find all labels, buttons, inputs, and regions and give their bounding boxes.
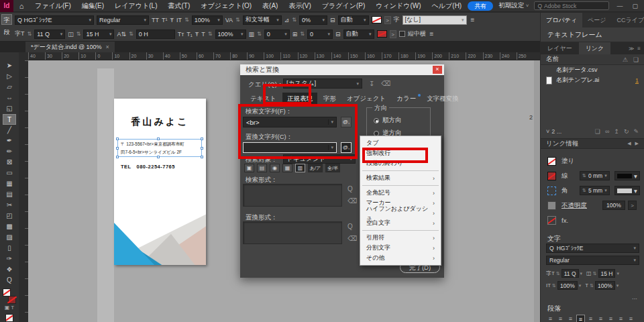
font-style-select[interactable]: Regular▾ xyxy=(97,15,149,25)
dialog-close-button[interactable]: × xyxy=(433,66,442,74)
fill-stroke-swatches[interactable] xyxy=(3,288,16,304)
selection-handle[interactable] xyxy=(201,156,203,158)
tool-button[interactable]: ✂ xyxy=(3,200,16,211)
link-file-row[interactable]: 名刺データ.csv xyxy=(541,65,644,75)
change-special-chars-button[interactable]: @, xyxy=(341,142,352,153)
find-format-specify-icon[interactable]: Q xyxy=(347,185,353,193)
corner-radius-stepper[interactable]: ⇅5 mm▾ xyxy=(580,186,610,195)
search-option-icon[interactable]: ◉ xyxy=(270,164,280,172)
dialog-tab[interactable]: オブジェクト xyxy=(342,93,390,104)
context-menu-item[interactable]: 段落の終わり xyxy=(360,158,441,168)
corner-option-icon[interactable] xyxy=(547,186,556,195)
fx-row[interactable]: fx. xyxy=(541,213,644,227)
vertical-scale-select[interactable]: 100%▾ xyxy=(192,15,223,25)
find-special-chars-button[interactable]: @, xyxy=(341,117,352,127)
search-option-icon[interactable]: ▥ xyxy=(295,164,305,172)
menu-item[interactable]: 編集(E) xyxy=(76,0,109,12)
character-mode-button[interactable]: 字 xyxy=(1,14,12,25)
screen-mode-button[interactable] xyxy=(5,314,13,322)
selection-handle[interactable] xyxy=(116,147,119,150)
tool-button[interactable]: ╱ xyxy=(3,125,16,136)
all-caps-icon[interactable]: TT xyxy=(152,17,159,23)
align-button[interactable]: ≡ xyxy=(606,315,615,322)
stepper-icon[interactable]: ⇅ xyxy=(184,17,189,23)
stroke-proxy-swatch[interactable] xyxy=(8,296,16,304)
shatai-select[interactable]: 0▾ xyxy=(307,30,333,39)
context-menu-item[interactable]: 検索結果 › xyxy=(360,173,441,183)
menu-item[interactable]: レイアウト(L) xyxy=(109,0,162,12)
stepper-icon[interactable]: ⇅ xyxy=(292,17,297,23)
align-lines-icon[interactable]: ≡ xyxy=(430,30,434,38)
dialog-tab[interactable]: 文字種変換 xyxy=(422,93,464,104)
align-button[interactable]: ≡ xyxy=(576,315,585,322)
radio-forward[interactable]: 順方向 xyxy=(374,116,402,125)
stepper-icon[interactable]: ⇅ xyxy=(235,17,240,23)
tool-button[interactable]: Q xyxy=(3,275,16,286)
tab-links[interactable]: リンク xyxy=(579,42,611,54)
align-button[interactable]: ≡ xyxy=(546,315,555,322)
find-format-clear-icon[interactable]: ⌫ xyxy=(347,197,357,205)
align-lines-icon[interactable]: ≡ xyxy=(471,16,475,23)
change-to-input[interactable]: ▾ xyxy=(243,142,337,153)
change-format-clear-icon[interactable]: ⌫ xyxy=(347,235,357,242)
context-menu-item[interactable]: ハイフンおよびダッシュ › xyxy=(360,208,441,218)
tool-button[interactable]: ✏ xyxy=(3,146,16,157)
tool-button[interactable]: ◱ xyxy=(3,103,16,114)
menu-item[interactable]: 表示(V) xyxy=(283,0,316,12)
search-option-icon[interactable]: ▣ xyxy=(244,164,254,172)
tsume-select[interactable]: 和文等幅▾ xyxy=(243,15,282,25)
tool-button[interactable]: ▩ xyxy=(3,221,16,232)
panel-font-family-select[interactable]: Q HGｺﾞｼｯｸE▾ xyxy=(546,244,639,253)
menu-item[interactable]: オブジェクト(O) xyxy=(195,0,257,12)
formatting-affects-icons[interactable]: ▣ T xyxy=(3,304,16,312)
collapse-icon[interactable]: ≫ xyxy=(629,46,634,52)
share-button[interactable]: 共有 xyxy=(468,1,493,11)
context-menu-item[interactable]: 強制改行 xyxy=(360,148,441,158)
context-menu-item[interactable]: その他 › xyxy=(360,253,441,263)
corner-shape-select[interactable]: ▾ xyxy=(614,186,640,195)
panel-vscale-stepper[interactable]: IT⇅100%▾ xyxy=(546,281,581,290)
stepper-icon[interactable]: ⇅ xyxy=(76,31,81,37)
stroke-row[interactable]: 線 ⇅0 mm▾ ▾ xyxy=(541,168,644,183)
tool-button[interactable]: ▦ xyxy=(3,178,16,189)
selection-handle[interactable] xyxy=(116,156,119,158)
link-page-icon[interactable]: ❏ xyxy=(633,56,639,63)
panel-menu-icon[interactable]: ≡ xyxy=(637,46,641,52)
chevron-down-icon[interactable]: ˅ xyxy=(546,128,549,135)
tool-button[interactable]: ▷ xyxy=(3,71,16,82)
context-menu-item[interactable] xyxy=(362,170,439,171)
query-select[interactable]: [カスタム]▾ xyxy=(283,78,362,89)
panel-hscale-stepper[interactable]: T⇅100%▾ xyxy=(585,281,619,290)
menu-item[interactable]: ファイル(F) xyxy=(30,0,76,12)
stroke-swatch[interactable] xyxy=(547,172,556,180)
dialog-tab[interactable]: テキスト xyxy=(246,93,281,104)
tab-layers[interactable]: レイヤー xyxy=(541,42,579,54)
tool-button[interactable]: T xyxy=(3,114,16,125)
change-format-specify-icon[interactable]: Q xyxy=(347,223,353,230)
more-options-button[interactable]: ... xyxy=(632,293,637,301)
leading-select[interactable]: 15 H▾ xyxy=(83,30,114,39)
link-file-row[interactable]: 名刺テンプレ.ai 1 xyxy=(541,75,644,85)
stepper-icon[interactable]: ⇅ xyxy=(300,31,305,37)
search-option-icon[interactable]: あ/ア xyxy=(308,164,323,172)
relink-folder-icon[interactable]: ❏ xyxy=(595,128,600,135)
tool-button[interactable]: ▤ xyxy=(3,189,16,200)
fill-swatch[interactable] xyxy=(372,16,382,23)
kerning-field[interactable]: 0 H xyxy=(136,30,175,39)
tool-button[interactable]: ▱ xyxy=(3,82,16,93)
opacity-more-button[interactable]: > xyxy=(628,201,637,210)
swatch-expand-button[interactable]: > xyxy=(390,30,396,38)
tool-button[interactable]: ✒ xyxy=(3,136,16,146)
subscript-icon[interactable]: T₁ xyxy=(186,31,193,38)
search-option-icon[interactable]: ▤ xyxy=(257,164,267,172)
strikethrough-icon[interactable]: Ŧ xyxy=(170,17,174,23)
font-family-select[interactable]: Q HGｺﾞｼｯｸE▾ xyxy=(15,15,94,25)
gyoudori-select[interactable]: 自動▾ xyxy=(338,15,369,25)
stepper-icon[interactable]: ⇅ xyxy=(257,31,262,37)
selection-handle[interactable] xyxy=(157,138,160,140)
relink-icon[interactable]: ∞ xyxy=(605,128,609,135)
context-menu-item[interactable] xyxy=(362,185,439,186)
menu-item[interactable]: プラグイン(P) xyxy=(317,0,371,12)
minimize-button[interactable]: — xyxy=(614,3,625,9)
paragraph-mode-button[interactable]: 段 xyxy=(1,27,12,38)
